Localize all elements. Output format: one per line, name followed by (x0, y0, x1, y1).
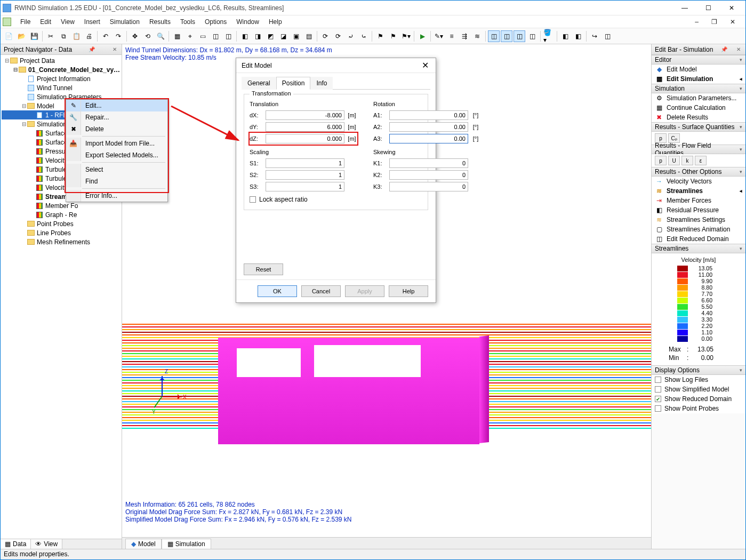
tree-item[interactable]: ⊟Project Data (2, 56, 121, 65)
lock-aspect-checkbox[interactable]: Lock aspect ratio (250, 196, 357, 203)
tree-item[interactable]: Project Information (2, 74, 121, 83)
flow-p-button[interactable]: p (655, 156, 667, 165)
flow-k-button[interactable]: k (681, 156, 693, 165)
display-option[interactable]: Show Point Probes (652, 404, 745, 413)
menu-view[interactable]: View (56, 17, 79, 27)
menu-file[interactable]: File (15, 17, 35, 27)
expand-icon[interactable]: ⊟ (21, 103, 27, 109)
menu-options[interactable]: Options (200, 17, 231, 27)
tool-select-icon[interactable]: ▭ (197, 30, 208, 42)
tool-redo-icon[interactable]: ↷ (113, 30, 124, 42)
section-display[interactable]: Display Options▾ (652, 365, 745, 375)
tool-rotate-icon[interactable]: ⟲ (142, 30, 154, 42)
dialog-tab-info[interactable]: Info (310, 77, 333, 90)
display-option[interactable]: Show Simplified Model (652, 385, 745, 394)
tool-grid-icon[interactable]: ▦ (171, 30, 183, 42)
section-streamlines[interactable]: Streamlines▾ (652, 244, 745, 253)
mdi-minimize-icon[interactable]: – (690, 17, 703, 27)
a3-input[interactable] (389, 134, 468, 143)
k3-input[interactable] (389, 182, 468, 191)
tool-refresh2-icon[interactable]: ⟳ (332, 30, 344, 42)
tool-misc3-icon[interactable]: ◫ (601, 30, 613, 42)
simulation-parameters-button[interactable]: ⚙Simulation Parameters... (652, 93, 745, 103)
context-menu-item[interactable]: 🔧Repair... (66, 111, 167, 123)
menu-tools[interactable]: Tools (175, 17, 200, 27)
k2-input[interactable] (389, 170, 468, 180)
tool-zoom-icon[interactable]: 🔍 (155, 30, 166, 42)
navigator-tab-data[interactable]: ▦Data (1, 539, 31, 549)
tool-pan-icon[interactable]: ✥ (129, 30, 141, 42)
menu-results[interactable]: Results (145, 17, 175, 27)
s1-input[interactable] (266, 158, 344, 168)
maximize-button[interactable]: ☐ (696, 1, 720, 15)
tool-lines-icon[interactable]: ≡ (446, 30, 458, 42)
dz-input[interactable] (266, 134, 344, 143)
menu-edit[interactable]: Edit (35, 17, 56, 27)
dialog-tab-position[interactable]: Position (276, 77, 311, 90)
context-menu-item[interactable]: ✎Edit... (66, 100, 167, 111)
tool-w1-icon[interactable]: ◫ (488, 30, 500, 42)
tool-print-icon[interactable]: 🖨 (83, 30, 95, 42)
help-button[interactable]: Help (389, 285, 428, 297)
tool-w4-icon[interactable]: ◫ (526, 30, 538, 42)
checkbox-icon[interactable]: ✔ (655, 396, 661, 402)
tree-item[interactable]: Line Probes (2, 228, 121, 237)
context-menu-item[interactable]: ✖Delete (66, 123, 167, 135)
checkbox-icon[interactable] (655, 405, 661, 412)
tool-refresh3-icon[interactable]: ⤾ (345, 30, 357, 42)
streamlines-animation-button[interactable]: ▢Streamlines Animation (652, 225, 745, 234)
s2-input[interactable] (266, 170, 344, 180)
navigator-pin-icon[interactable]: 📌 (87, 46, 97, 52)
section-simulation[interactable]: Simulation▾ (652, 84, 745, 93)
close-button[interactable]: ✕ (720, 1, 743, 15)
section-editor[interactable]: Editor▾ (652, 55, 745, 65)
tool-view5-icon[interactable]: ▣ (290, 30, 302, 42)
tool-snap-icon[interactable]: ⌖ (184, 30, 196, 42)
section-flow-q[interactable]: Results - Flow Field Quantities▾ (652, 145, 745, 154)
delete-results-button[interactable]: ✖Delete Results (652, 113, 745, 122)
tool-arrows-icon[interactable]: ⇶ (459, 30, 470, 42)
tool-style-icon[interactable]: ✎▾ (433, 30, 445, 42)
checkbox-icon[interactable] (655, 386, 661, 393)
tool-exit-icon[interactable]: ↪ (589, 30, 600, 42)
member-forces-button[interactable]: ⇥Member Forces (652, 196, 745, 205)
tool-misc2-icon[interactable]: ◧ (572, 30, 584, 42)
tool-paint-icon[interactable]: 🪣▾ (543, 30, 555, 42)
viewport-tab-simulation[interactable]: ▦Simulation (162, 539, 211, 549)
reset-button[interactable]: Reset (244, 263, 283, 275)
tree-item[interactable]: ⊟01_Concrete_Model_bez_vysledku_ (2, 65, 121, 74)
tool-view1-icon[interactable]: ◧ (239, 30, 251, 42)
context-menu-item[interactable]: 📥Import Model from File... (66, 138, 167, 149)
expand-icon[interactable]: ⊟ (21, 121, 27, 127)
tool-flag3-icon[interactable]: ⚑▾ (400, 30, 412, 42)
continue-calculation-button[interactable]: ▦Continue Calculation (652, 103, 745, 113)
tool-new-icon[interactable]: 📄 (3, 30, 14, 42)
dx-input[interactable] (266, 110, 344, 120)
tool-paste-icon[interactable]: 📋 (70, 30, 82, 42)
dialog-close-icon[interactable]: ✕ (420, 60, 430, 70)
tool-box2-icon[interactable]: ◫ (222, 30, 234, 42)
tool-save-icon[interactable]: 💾 (28, 30, 40, 42)
menu-window[interactable]: Window (231, 17, 264, 27)
menu-insert[interactable]: Insert (79, 17, 105, 27)
mdi-restore-icon[interactable]: ❐ (707, 17, 722, 27)
streamlines-settings-button[interactable]: ≋Streamlines Settings (652, 215, 745, 225)
tool-cut-icon[interactable]: ✂ (45, 30, 57, 42)
context-menu-item[interactable]: Export Selected Models... (66, 149, 167, 161)
checkbox-icon[interactable] (655, 377, 661, 383)
tree-item[interactable]: Mesh Refinements (2, 237, 121, 246)
context-menu-item[interactable]: Find (66, 175, 167, 187)
dialog-tab-general[interactable]: General (242, 77, 276, 90)
tool-flag2-icon[interactable]: ⚑ (387, 30, 399, 42)
context-menu-item[interactable]: Select (66, 164, 167, 175)
edit-reduced-domain-button[interactable]: ◫Edit Reduced Domain (652, 234, 745, 244)
ok-button[interactable]: OK (258, 285, 297, 297)
tool-misc1-icon[interactable]: ◧ (559, 30, 571, 42)
tool-layers-icon[interactable]: ≋ (471, 30, 483, 42)
mdi-close-icon[interactable]: ✕ (725, 17, 740, 27)
apply-button[interactable]: Apply (345, 285, 384, 297)
tree-item[interactable]: Point Probes (2, 219, 121, 228)
viewport-tab-model[interactable]: ◆Model (125, 539, 162, 549)
navigator-close-icon[interactable]: ✕ (111, 46, 118, 52)
expand-icon[interactable]: ⊟ (12, 67, 18, 73)
